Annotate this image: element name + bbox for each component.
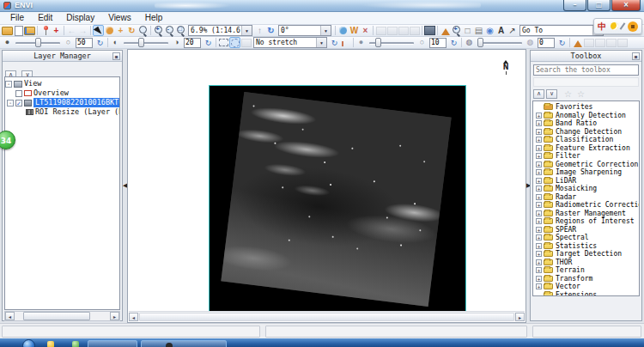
stretch-type-combo[interactable]: No stretch ▼ <box>253 37 327 48</box>
taskbar-icon[interactable] <box>72 341 79 347</box>
expander-icon[interactable]: + <box>536 243 542 249</box>
zoom-window-icon[interactable]: + <box>451 25 462 36</box>
expander-icon[interactable]: + <box>536 169 542 175</box>
zoom-full-extent-icon[interactable] <box>440 25 451 36</box>
toolbox-item[interactable]: + Change Detection <box>536 128 639 137</box>
rotate-view-icon[interactable]: ↻ <box>126 25 137 36</box>
toolbox-item[interactable]: + Image Sharpening <box>536 168 639 177</box>
ime-toolbar[interactable]: 中 <box>593 18 642 34</box>
stretch-reset-icon[interactable]: ↻ <box>329 39 340 47</box>
toolbox-item[interactable]: + Classification <box>536 136 639 144</box>
mask-icon[interactable]: × <box>360 25 371 36</box>
ime-language-indicator[interactable]: 中 <box>598 19 606 33</box>
go-forward-icon[interactable]: → <box>77 25 88 36</box>
toolbox-item[interactable]: + Filter <box>536 152 639 161</box>
slider-thumb[interactable] <box>375 38 381 47</box>
raster-checkbox[interactable]: ✓ <box>15 100 22 107</box>
slider-thumb[interactable] <box>35 38 41 47</box>
scroll-thumb[interactable] <box>139 313 514 321</box>
ime-logo-icon[interactable] <box>628 21 638 32</box>
toolbox-search-input[interactable] <box>533 64 639 76</box>
select-arrow-icon[interactable] <box>93 25 104 36</box>
ime-pen-icon[interactable] <box>620 22 626 30</box>
expander-icon[interactable]: + <box>536 153 542 159</box>
scroll-left-icon[interactable]: ◂ <box>129 313 138 321</box>
windows-taskbar[interactable] <box>0 338 644 347</box>
dropdown-arrow-icon[interactable]: ▼ <box>241 26 252 35</box>
brightness-reset-icon[interactable]: ↻ <box>94 39 106 47</box>
maximize-button[interactable]: □ <box>587 0 611 11</box>
contrast-value[interactable] <box>184 38 201 48</box>
toolbox-header[interactable]: Toolbox ▪ <box>531 51 641 62</box>
raster-image[interactable] <box>221 92 451 307</box>
taskbar-app-button[interactable] <box>88 340 137 347</box>
toolbox-item[interactable]: + THOR <box>536 259 639 267</box>
histogram-stretch-icon[interactable] <box>340 37 351 48</box>
tree-node-raster[interactable]: - ✓ LT51190822010016BKT00_d <box>5 98 119 107</box>
pan-icon[interactable] <box>104 25 115 36</box>
tree-node-overview[interactable]: Overview <box>5 88 119 98</box>
band-animation-icon[interactable]: W <box>349 25 360 36</box>
toolbox-item[interactable]: + LiDAR <box>536 177 639 186</box>
toolbox-item[interactable]: + Regions of Interest <box>536 217 639 226</box>
overview-checkbox[interactable] <box>15 90 22 97</box>
start-button[interactable] <box>22 339 35 347</box>
toolbox-item[interactable]: + SPEAR <box>536 226 639 234</box>
taskbar-icon[interactable] <box>47 341 54 347</box>
sharpen-slider[interactable] <box>368 37 415 48</box>
expander-icon[interactable]: + <box>536 227 542 233</box>
transparency-slider[interactable] <box>477 37 523 48</box>
collapse-all-button[interactable]: ∧ <box>533 89 544 99</box>
expander-icon[interactable]: + <box>536 267 542 273</box>
expander-icon[interactable]: + <box>536 129 542 135</box>
expand-all-button[interactable]: ∨ <box>546 89 557 99</box>
vortex-icon[interactable]: + <box>51 25 62 36</box>
layer-manager-header[interactable]: Layer Manager ▪ <box>3 51 122 62</box>
rotation-combo[interactable]: 0° ▼ <box>278 25 331 36</box>
toolbox-item[interactable]: + Anomaly Detection <box>536 112 639 120</box>
layer-manager-hscrollbar[interactable]: ◂ ▸ <box>4 311 120 321</box>
zoom-icon[interactable] <box>137 25 149 36</box>
toolbox-item[interactable]: + Geometric Correction <box>536 161 639 169</box>
overlay-globe-icon[interactable] <box>337 25 349 36</box>
contrast-reset-icon[interactable]: ↻ <box>203 39 214 47</box>
toolbox-item[interactable]: + Radar <box>536 193 639 202</box>
view-hscrollbar[interactable]: ◂ ▸ <box>129 311 525 321</box>
new-file-icon[interactable] <box>13 25 24 36</box>
menu-file[interactable]: File <box>3 12 31 24</box>
expander-icon[interactable]: + <box>536 137 542 143</box>
swipe-icon[interactable] <box>375 25 386 36</box>
toolbox-item[interactable]: + Terrain <box>536 266 639 275</box>
add-favorite-icon[interactable]: ☆ <box>564 89 572 99</box>
expander-icon[interactable]: + <box>536 259 542 265</box>
contrast-slider[interactable] <box>123 37 169 48</box>
zoom-out-icon[interactable]: - <box>164 25 175 36</box>
menu-views[interactable]: Views <box>101 12 138 24</box>
blend-icon[interactable] <box>398 25 409 36</box>
annotation-arrow-icon[interactable]: ↗ <box>507 25 518 36</box>
expander-icon[interactable]: + <box>536 276 542 282</box>
ime-moon-icon[interactable] <box>611 22 618 30</box>
toolbox-item[interactable]: + Vector <box>536 283 639 291</box>
expander-icon[interactable]: + <box>536 120 542 126</box>
views-layout-icon[interactable] <box>409 25 420 36</box>
crop-region-icon[interactable]: □ <box>462 25 473 36</box>
brightness-value[interactable] <box>76 38 93 48</box>
menu-display[interactable]: Display <box>59 12 101 24</box>
stretch-view-extent-icon[interactable] <box>229 37 240 48</box>
expander-icon[interactable]: + <box>536 186 542 192</box>
menu-help[interactable]: Help <box>138 12 170 24</box>
toolbox-item[interactable]: + Target Detection <box>536 250 639 259</box>
toolbox-item[interactable]: + Raster Management <box>536 210 639 218</box>
toolbox-item[interactable]: + Band Ratio <box>536 119 639 128</box>
toolbox-item[interactable]: + Transform <box>536 275 639 283</box>
expander-icon[interactable]: + <box>536 202 542 208</box>
scroll-right-icon[interactable]: ▸ <box>515 313 525 321</box>
expander-icon[interactable]: + <box>536 283 542 289</box>
pin-icon[interactable]: ▪ <box>112 52 120 60</box>
expander-icon[interactable]: + <box>536 251 542 257</box>
sharpen-reset-icon[interactable]: ↻ <box>448 39 459 47</box>
remove-favorite-icon[interactable]: ☆ <box>577 89 585 99</box>
scroll-right-icon[interactable]: ▸ <box>110 312 119 320</box>
annotation-text-icon[interactable]: A <box>495 25 507 36</box>
